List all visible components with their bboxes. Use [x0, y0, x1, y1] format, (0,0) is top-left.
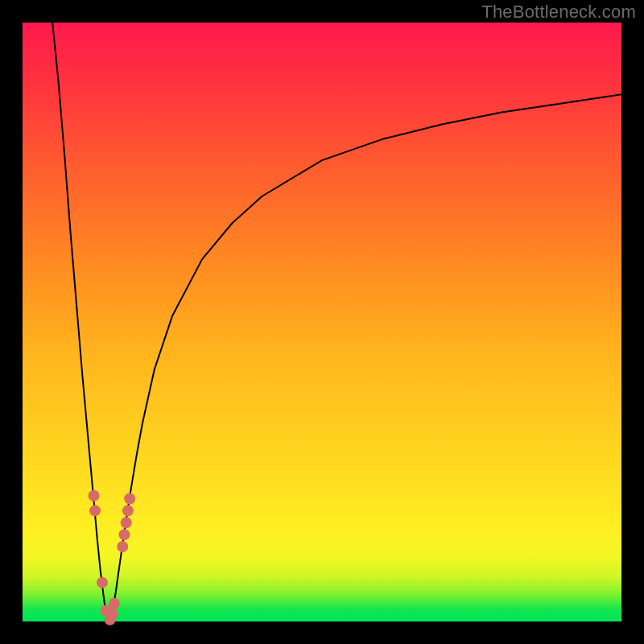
watermark-text: TheBottleneck.com — [481, 2, 636, 23]
marker-dot — [97, 577, 108, 588]
marker-dot — [118, 529, 130, 540]
bottleneck-chart — [0, 0, 644, 644]
marker-dot — [109, 598, 120, 609]
marker-dot — [122, 505, 134, 516]
marker-dot — [89, 490, 100, 502]
marker-dot — [89, 505, 101, 516]
marker-dot — [117, 541, 128, 552]
chart-frame: TheBottleneck.com — [0, 0, 644, 644]
marker-dot — [107, 608, 118, 619]
marker-dot — [124, 493, 135, 504]
marker-dot — [121, 517, 132, 528]
svg-rect-0 — [23, 23, 621, 621]
